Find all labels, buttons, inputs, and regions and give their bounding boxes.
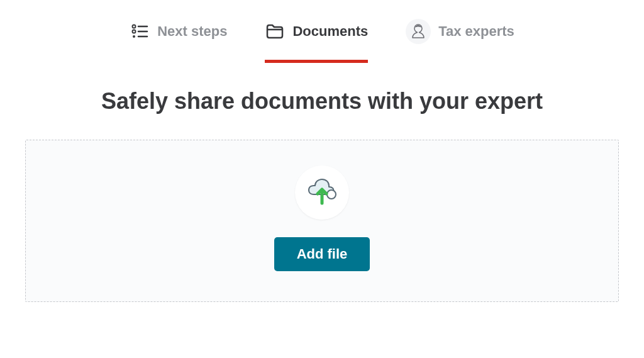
file-dropzone[interactable]: Add file — [25, 140, 619, 302]
checklist-icon — [130, 21, 150, 42]
svg-point-7 — [327, 190, 336, 199]
svg-point-1 — [133, 30, 136, 33]
page-heading: Safely share documents with your expert — [25, 88, 619, 115]
tab-navigation: Next steps Documents Tax experts — [25, 13, 619, 50]
folder-icon — [265, 21, 285, 42]
tab-label: Tax experts — [438, 23, 514, 40]
tab-label: Next steps — [157, 23, 227, 40]
tab-tax-experts[interactable]: Tax experts — [406, 13, 514, 50]
add-file-button[interactable]: Add file — [274, 237, 370, 271]
tab-next-steps[interactable]: Next steps — [130, 13, 227, 50]
tab-documents[interactable]: Documents — [265, 13, 368, 50]
svg-point-2 — [133, 35, 135, 38]
expert-avatar-icon — [406, 19, 431, 44]
tab-label: Documents — [292, 23, 368, 40]
svg-point-0 — [133, 25, 136, 28]
cloud-upload-icon — [295, 165, 349, 220]
